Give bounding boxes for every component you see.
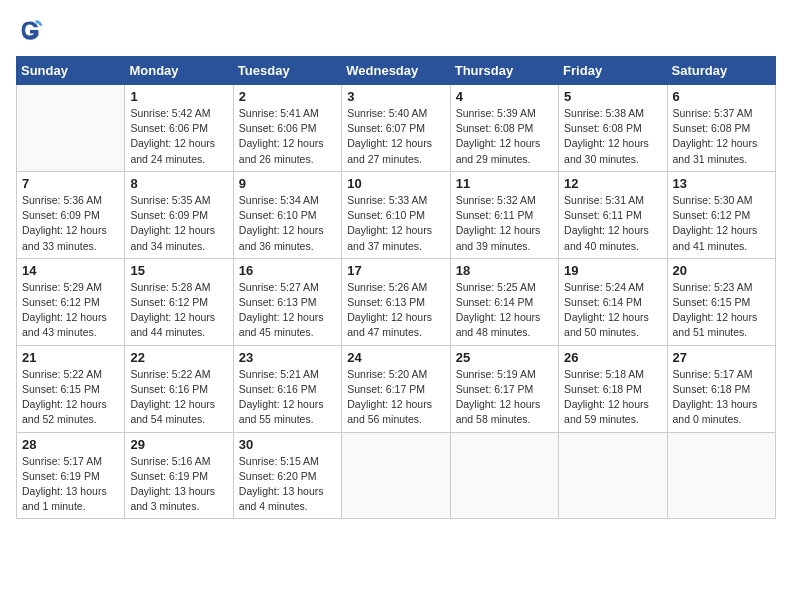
day-number: 13: [673, 176, 770, 191]
day-info: Sunrise: 5:30 AMSunset: 6:12 PMDaylight:…: [673, 193, 770, 254]
calendar-body: 1Sunrise: 5:42 AMSunset: 6:06 PMDaylight…: [17, 85, 776, 519]
day-number: 14: [22, 263, 119, 278]
day-info: Sunrise: 5:27 AMSunset: 6:13 PMDaylight:…: [239, 280, 336, 341]
day-number: 28: [22, 437, 119, 452]
day-info: Sunrise: 5:42 AMSunset: 6:06 PMDaylight:…: [130, 106, 227, 167]
week-row-3: 14Sunrise: 5:29 AMSunset: 6:12 PMDayligh…: [17, 258, 776, 345]
calendar-cell: 24Sunrise: 5:20 AMSunset: 6:17 PMDayligh…: [342, 345, 450, 432]
calendar-cell: 21Sunrise: 5:22 AMSunset: 6:15 PMDayligh…: [17, 345, 125, 432]
weekday-monday: Monday: [125, 57, 233, 85]
day-number: 19: [564, 263, 661, 278]
calendar-cell: 18Sunrise: 5:25 AMSunset: 6:14 PMDayligh…: [450, 258, 558, 345]
calendar-cell: [450, 432, 558, 519]
day-number: 1: [130, 89, 227, 104]
day-number: 27: [673, 350, 770, 365]
calendar-cell: 9Sunrise: 5:34 AMSunset: 6:10 PMDaylight…: [233, 171, 341, 258]
day-info: Sunrise: 5:32 AMSunset: 6:11 PMDaylight:…: [456, 193, 553, 254]
day-info: Sunrise: 5:40 AMSunset: 6:07 PMDaylight:…: [347, 106, 444, 167]
day-info: Sunrise: 5:28 AMSunset: 6:12 PMDaylight:…: [130, 280, 227, 341]
calendar-cell: 20Sunrise: 5:23 AMSunset: 6:15 PMDayligh…: [667, 258, 775, 345]
day-number: 22: [130, 350, 227, 365]
day-number: 26: [564, 350, 661, 365]
day-number: 24: [347, 350, 444, 365]
day-number: 15: [130, 263, 227, 278]
page-header: [16, 16, 776, 44]
weekday-friday: Friday: [559, 57, 667, 85]
calendar-cell: 10Sunrise: 5:33 AMSunset: 6:10 PMDayligh…: [342, 171, 450, 258]
logo: [16, 16, 46, 44]
calendar-cell: 25Sunrise: 5:19 AMSunset: 6:17 PMDayligh…: [450, 345, 558, 432]
week-row-5: 28Sunrise: 5:17 AMSunset: 6:19 PMDayligh…: [17, 432, 776, 519]
day-number: 25: [456, 350, 553, 365]
calendar-cell: [342, 432, 450, 519]
calendar-cell: 15Sunrise: 5:28 AMSunset: 6:12 PMDayligh…: [125, 258, 233, 345]
day-number: 18: [456, 263, 553, 278]
day-number: 6: [673, 89, 770, 104]
day-number: 16: [239, 263, 336, 278]
calendar-cell: 16Sunrise: 5:27 AMSunset: 6:13 PMDayligh…: [233, 258, 341, 345]
calendar-cell: 12Sunrise: 5:31 AMSunset: 6:11 PMDayligh…: [559, 171, 667, 258]
calendar-cell: 7Sunrise: 5:36 AMSunset: 6:09 PMDaylight…: [17, 171, 125, 258]
day-info: Sunrise: 5:26 AMSunset: 6:13 PMDaylight:…: [347, 280, 444, 341]
week-row-4: 21Sunrise: 5:22 AMSunset: 6:15 PMDayligh…: [17, 345, 776, 432]
day-info: Sunrise: 5:33 AMSunset: 6:10 PMDaylight:…: [347, 193, 444, 254]
day-info: Sunrise: 5:41 AMSunset: 6:06 PMDaylight:…: [239, 106, 336, 167]
calendar-cell: [559, 432, 667, 519]
day-number: 21: [22, 350, 119, 365]
day-number: 29: [130, 437, 227, 452]
day-info: Sunrise: 5:39 AMSunset: 6:08 PMDaylight:…: [456, 106, 553, 167]
weekday-thursday: Thursday: [450, 57, 558, 85]
calendar-table: SundayMondayTuesdayWednesdayThursdayFrid…: [16, 56, 776, 519]
day-info: Sunrise: 5:19 AMSunset: 6:17 PMDaylight:…: [456, 367, 553, 428]
day-info: Sunrise: 5:38 AMSunset: 6:08 PMDaylight:…: [564, 106, 661, 167]
day-info: Sunrise: 5:36 AMSunset: 6:09 PMDaylight:…: [22, 193, 119, 254]
day-number: 20: [673, 263, 770, 278]
weekday-wednesday: Wednesday: [342, 57, 450, 85]
calendar-cell: 19Sunrise: 5:24 AMSunset: 6:14 PMDayligh…: [559, 258, 667, 345]
calendar-cell: 2Sunrise: 5:41 AMSunset: 6:06 PMDaylight…: [233, 85, 341, 172]
weekday-tuesday: Tuesday: [233, 57, 341, 85]
day-number: 2: [239, 89, 336, 104]
day-number: 9: [239, 176, 336, 191]
calendar-cell: 6Sunrise: 5:37 AMSunset: 6:08 PMDaylight…: [667, 85, 775, 172]
day-number: 7: [22, 176, 119, 191]
calendar-cell: 22Sunrise: 5:22 AMSunset: 6:16 PMDayligh…: [125, 345, 233, 432]
weekday-saturday: Saturday: [667, 57, 775, 85]
calendar-cell: 3Sunrise: 5:40 AMSunset: 6:07 PMDaylight…: [342, 85, 450, 172]
day-info: Sunrise: 5:31 AMSunset: 6:11 PMDaylight:…: [564, 193, 661, 254]
day-info: Sunrise: 5:22 AMSunset: 6:16 PMDaylight:…: [130, 367, 227, 428]
day-info: Sunrise: 5:17 AMSunset: 6:18 PMDaylight:…: [673, 367, 770, 428]
day-info: Sunrise: 5:34 AMSunset: 6:10 PMDaylight:…: [239, 193, 336, 254]
day-number: 8: [130, 176, 227, 191]
calendar-cell: 1Sunrise: 5:42 AMSunset: 6:06 PMDaylight…: [125, 85, 233, 172]
weekday-sunday: Sunday: [17, 57, 125, 85]
day-info: Sunrise: 5:16 AMSunset: 6:19 PMDaylight:…: [130, 454, 227, 515]
day-info: Sunrise: 5:22 AMSunset: 6:15 PMDaylight:…: [22, 367, 119, 428]
calendar-cell: 5Sunrise: 5:38 AMSunset: 6:08 PMDaylight…: [559, 85, 667, 172]
calendar-cell: 30Sunrise: 5:15 AMSunset: 6:20 PMDayligh…: [233, 432, 341, 519]
day-number: 17: [347, 263, 444, 278]
day-info: Sunrise: 5:25 AMSunset: 6:14 PMDaylight:…: [456, 280, 553, 341]
calendar-cell: 17Sunrise: 5:26 AMSunset: 6:13 PMDayligh…: [342, 258, 450, 345]
calendar-cell: 29Sunrise: 5:16 AMSunset: 6:19 PMDayligh…: [125, 432, 233, 519]
day-number: 3: [347, 89, 444, 104]
calendar-cell: [667, 432, 775, 519]
day-number: 10: [347, 176, 444, 191]
day-info: Sunrise: 5:20 AMSunset: 6:17 PMDaylight:…: [347, 367, 444, 428]
calendar-cell: 14Sunrise: 5:29 AMSunset: 6:12 PMDayligh…: [17, 258, 125, 345]
day-info: Sunrise: 5:37 AMSunset: 6:08 PMDaylight:…: [673, 106, 770, 167]
day-info: Sunrise: 5:35 AMSunset: 6:09 PMDaylight:…: [130, 193, 227, 254]
day-info: Sunrise: 5:21 AMSunset: 6:16 PMDaylight:…: [239, 367, 336, 428]
logo-icon: [16, 16, 44, 44]
day-number: 5: [564, 89, 661, 104]
day-info: Sunrise: 5:23 AMSunset: 6:15 PMDaylight:…: [673, 280, 770, 341]
weekday-header-row: SundayMondayTuesdayWednesdayThursdayFrid…: [17, 57, 776, 85]
day-info: Sunrise: 5:17 AMSunset: 6:19 PMDaylight:…: [22, 454, 119, 515]
day-info: Sunrise: 5:29 AMSunset: 6:12 PMDaylight:…: [22, 280, 119, 341]
calendar-cell: 4Sunrise: 5:39 AMSunset: 6:08 PMDaylight…: [450, 85, 558, 172]
day-number: 11: [456, 176, 553, 191]
calendar-cell: 26Sunrise: 5:18 AMSunset: 6:18 PMDayligh…: [559, 345, 667, 432]
week-row-2: 7Sunrise: 5:36 AMSunset: 6:09 PMDaylight…: [17, 171, 776, 258]
day-number: 23: [239, 350, 336, 365]
calendar-cell: 13Sunrise: 5:30 AMSunset: 6:12 PMDayligh…: [667, 171, 775, 258]
